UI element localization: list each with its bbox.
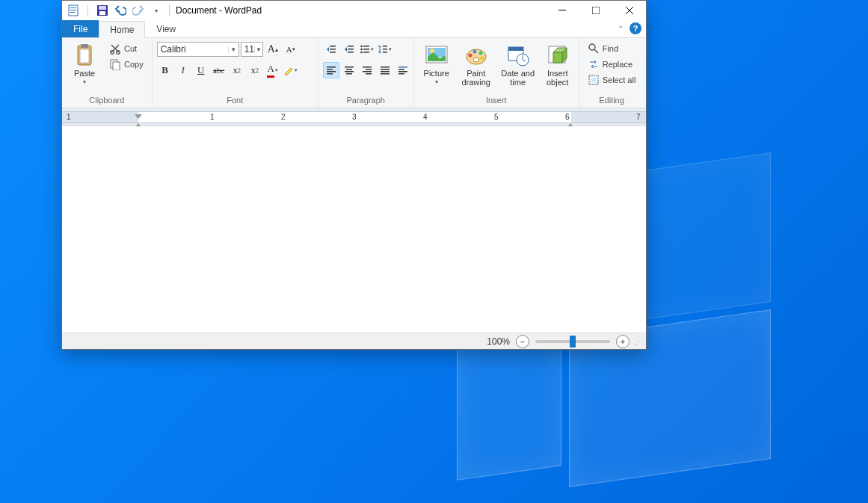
svg-rect-3 — [70, 12, 75, 13]
svg-rect-32 — [327, 69, 333, 70]
svg-rect-49 — [398, 71, 407, 72]
svg-rect-43 — [381, 67, 390, 68]
svg-point-64 — [589, 44, 595, 50]
svg-rect-15 — [113, 62, 120, 70]
svg-rect-28 — [383, 46, 387, 47]
svg-rect-46 — [381, 73, 390, 75]
document-canvas[interactable] — [62, 126, 646, 333]
ribbon-tabs: File Home View ⌃ ? — [62, 20, 646, 38]
group-label-editing: Editing — [584, 96, 640, 106]
statusbar: 100% − + ⋰ — [62, 333, 646, 349]
zoom-slider[interactable] — [535, 340, 610, 343]
zoom-out-button[interactable]: − — [516, 335, 529, 348]
svg-rect-7 — [558, 10, 566, 10]
font-size-combo[interactable]: 11▼ — [241, 42, 263, 57]
shrink-font-button[interactable]: A▾ — [283, 41, 299, 58]
svg-rect-40 — [366, 69, 372, 70]
resize-grip-icon[interactable]: ⋰ — [635, 337, 641, 345]
bullet-list-button[interactable]: ▾ — [359, 41, 375, 58]
svg-point-55 — [468, 54, 472, 58]
svg-point-58 — [480, 57, 484, 61]
save-icon[interactable] — [94, 2, 111, 19]
svg-point-57 — [478, 52, 482, 55]
copy-button[interactable]: Copy — [105, 57, 147, 72]
align-justify-button[interactable] — [377, 62, 393, 78]
undo-icon[interactable] — [112, 2, 129, 19]
group-label-font: Font — [157, 96, 313, 106]
subscript-button[interactable]: x2 — [229, 62, 245, 78]
group-label-clipboard: Clipboard — [67, 96, 147, 106]
svg-rect-18 — [330, 52, 336, 53]
redo-icon[interactable] — [130, 2, 147, 19]
increase-indent-button[interactable] — [341, 41, 357, 58]
svg-rect-26 — [363, 49, 369, 50]
collapse-ribbon-icon[interactable]: ⌃ — [618, 25, 624, 33]
svg-rect-48 — [398, 69, 404, 70]
italic-button[interactable]: I — [175, 62, 191, 78]
paragraph-dialog-button[interactable] — [395, 62, 411, 78]
svg-point-23 — [360, 49, 363, 51]
svg-rect-11 — [80, 49, 89, 63]
app-icon[interactable] — [65, 2, 81, 19]
line-spacing-button[interactable]: ▾ — [377, 41, 393, 58]
select-all-button[interactable]: Select all — [584, 72, 640, 87]
svg-rect-38 — [346, 73, 352, 75]
svg-rect-50 — [398, 73, 404, 75]
insert-paint-button[interactable]: Paint drawing — [458, 41, 495, 87]
group-paragraph: ▾ ▾ Paragraph — [318, 38, 414, 108]
help-icon[interactable]: ? — [630, 22, 641, 34]
insert-picture-button[interactable]: Picture▾ — [419, 41, 455, 87]
svg-rect-37 — [345, 71, 354, 72]
paste-button[interactable]: Paste ▾ — [67, 41, 102, 87]
find-button[interactable]: Find — [584, 41, 640, 56]
group-label-paragraph: Paragraph — [323, 96, 409, 106]
replace-button[interactable]: Replace — [584, 57, 640, 72]
wordpad-window: ▾ Document - WordPad File Home View ⌃ ? … — [61, 0, 647, 350]
highlight-button[interactable]: ▾ — [283, 62, 299, 78]
decrease-indent-button[interactable] — [323, 41, 339, 58]
group-label-insert: Insert — [419, 96, 574, 106]
svg-rect-2 — [70, 10, 76, 10]
cut-button[interactable]: Cut — [105, 41, 147, 56]
svg-rect-47 — [398, 67, 407, 68]
font-name-combo[interactable]: Calibri▼ — [157, 42, 239, 57]
tab-view[interactable]: View — [145, 20, 187, 37]
insert-object-button[interactable]: Insert object — [541, 41, 574, 87]
svg-rect-61 — [508, 47, 523, 51]
svg-rect-34 — [327, 73, 333, 75]
align-left-button[interactable] — [323, 62, 339, 78]
underline-button[interactable]: U — [193, 62, 209, 78]
group-insert: Picture▾ Paint drawing Date and time Ins… — [414, 38, 579, 108]
svg-rect-16 — [330, 46, 336, 47]
minimize-button[interactable] — [545, 1, 579, 20]
svg-rect-36 — [346, 69, 352, 70]
svg-point-59 — [473, 58, 479, 62]
superscript-button[interactable]: x2 — [247, 62, 263, 78]
ribbon: Paste ▾ Cut Copy Clipboard — [62, 38, 646, 108]
zoom-level: 100% — [487, 336, 510, 347]
tab-home[interactable]: Home — [99, 21, 145, 38]
grow-font-button[interactable]: A▴ — [265, 41, 281, 58]
svg-rect-10 — [81, 44, 88, 48]
svg-rect-5 — [99, 6, 106, 10]
svg-rect-6 — [99, 11, 105, 15]
font-color-button[interactable]: A▾ — [265, 62, 281, 78]
group-font: Calibri▼ 11▼ A▴ A▾ B I U abc x2 x2 A▾ — [153, 38, 318, 108]
maximize-button[interactable] — [579, 1, 612, 20]
svg-rect-27 — [363, 52, 369, 53]
strikethrough-button[interactable]: abc — [211, 62, 227, 78]
align-right-button[interactable] — [359, 62, 375, 78]
svg-rect-8 — [592, 7, 600, 14]
qat-customize-icon[interactable]: ▾ — [148, 2, 164, 19]
svg-rect-39 — [363, 67, 372, 68]
tab-file[interactable]: File — [62, 20, 99, 37]
svg-rect-21 — [348, 52, 354, 53]
titlebar[interactable]: ▾ Document - WordPad — [62, 1, 646, 20]
insert-datetime-button[interactable]: Date and time — [498, 41, 538, 87]
first-line-indent-marker[interactable] — [135, 114, 142, 119]
ruler[interactable]: 1 1 2 3 4 5 6 7 — [62, 108, 646, 126]
align-center-button[interactable] — [341, 62, 357, 78]
close-button[interactable] — [612, 1, 646, 20]
zoom-in-button[interactable]: + — [616, 335, 630, 348]
bold-button[interactable]: B — [157, 62, 173, 78]
